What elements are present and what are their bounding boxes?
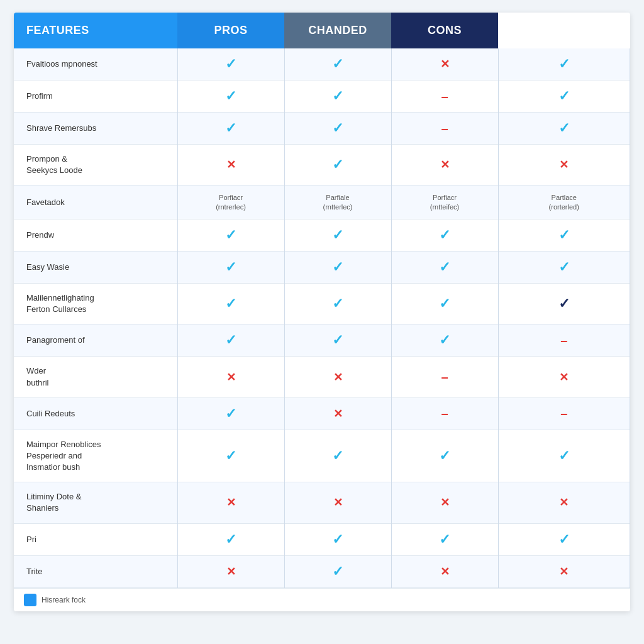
cell-5-changed: ✓ xyxy=(391,219,498,251)
cell-6-cons: ✓ xyxy=(498,251,630,283)
cross-icon: ✕ xyxy=(333,496,343,509)
check-icon: ✓ xyxy=(332,296,343,311)
cell-11-cons: ✓ xyxy=(498,430,630,482)
cell-2-changed: – xyxy=(391,113,498,145)
cross-icon: ✕ xyxy=(559,371,569,384)
cell-13-cons: ✓ xyxy=(498,523,630,555)
check-icon: ✓ xyxy=(225,227,236,243)
check-icon: ✓ xyxy=(225,120,236,136)
cell-11-changed: ✓ xyxy=(391,430,498,482)
table-row: FavetadokPorfiacr(rntrerlec)Parfiale(rnt… xyxy=(14,186,630,219)
feature-label-14: Trite xyxy=(14,555,177,587)
table-row: Trite✕✓✕✕ xyxy=(14,555,630,587)
cell-1-features: ✓ xyxy=(177,80,284,113)
partial-text: Parfiale(rntterlec) xyxy=(290,193,386,211)
check-icon: ✓ xyxy=(558,120,570,136)
cell-12-cons: ✕ xyxy=(498,482,630,523)
cell-13-features: ✓ xyxy=(177,523,284,555)
cross-icon: ✕ xyxy=(333,371,343,384)
cell-0-changed: ✕ xyxy=(391,48,498,80)
cell-4-features: Porfiacr(rntrerlec) xyxy=(177,186,284,219)
cell-8-features: ✓ xyxy=(177,325,284,357)
feature-label-6: Easy Wasie xyxy=(14,251,177,283)
cell-0-pros: ✓ xyxy=(284,48,391,80)
cross-icon: ✕ xyxy=(333,408,343,420)
header-cons: CONS xyxy=(391,13,498,48)
cell-10-cons: – xyxy=(498,397,630,430)
cross-icon: ✕ xyxy=(559,158,569,171)
table-row: Shrave Remersubs✓✓–✓ xyxy=(14,113,630,145)
check-icon: ✓ xyxy=(439,259,450,275)
dash-icon: – xyxy=(441,89,448,103)
header-changed: CHANDED xyxy=(284,13,391,48)
feature-label-9: Wderbuthril xyxy=(14,357,177,397)
cell-1-changed: – xyxy=(391,80,498,113)
table-row: Litiminy Dote &Shaniers✕✕✕✕ xyxy=(14,482,630,523)
cross-icon: ✕ xyxy=(559,565,569,578)
feature-label-3: Prompon &Seekycs Loode xyxy=(14,145,177,186)
dash-icon: – xyxy=(441,370,448,384)
feature-label-4: Favetadok xyxy=(14,186,177,219)
check-icon: ✓ xyxy=(332,332,343,348)
dash-icon: – xyxy=(560,333,567,347)
partial-text: Porfiacr(rntteifec) xyxy=(397,193,493,211)
check-icon: ✓ xyxy=(439,531,450,547)
check-icon: ✓ xyxy=(439,448,450,464)
check-icon: ✓ xyxy=(332,88,343,104)
cell-9-changed: – xyxy=(391,357,498,397)
feature-label-11: Maimpor RenoblicesPesperiedr andInsmatio… xyxy=(14,430,177,482)
comparison-page: FEATURES PROS CHANDED CONS Fvaitioos mpn… xyxy=(14,13,630,611)
cell-11-pros: ✓ xyxy=(284,430,391,482)
cross-icon: ✕ xyxy=(440,58,450,70)
cell-9-cons: ✕ xyxy=(498,357,630,397)
check-icon: ✓ xyxy=(225,448,236,464)
feature-label-7: MalilennetlighatingFerton Cullarces xyxy=(14,283,177,324)
check-icon: ✓ xyxy=(558,531,570,547)
feature-label-12: Litiminy Dote &Shaniers xyxy=(14,482,177,523)
cell-8-changed: ✓ xyxy=(391,325,498,357)
cell-12-changed: ✕ xyxy=(391,482,498,523)
check-icon: ✓ xyxy=(332,56,343,72)
cross-icon: ✕ xyxy=(226,158,236,171)
cell-1-pros: ✓ xyxy=(284,80,391,113)
header-features: FEATURES xyxy=(14,13,177,48)
feature-label-13: Pri xyxy=(14,523,177,555)
cell-13-changed: ✓ xyxy=(391,523,498,555)
cell-3-features: ✕ xyxy=(177,145,284,186)
cell-11-features: ✓ xyxy=(177,430,284,482)
cell-1-cons: ✓ xyxy=(498,80,630,113)
cell-4-changed: Porfiacr(rntteifec) xyxy=(391,186,498,219)
check-icon: ✓ xyxy=(225,332,236,348)
table-row: Pri✓✓✓✓ xyxy=(14,523,630,555)
check-icon: ✓ xyxy=(225,406,236,421)
check-icon: ✓ xyxy=(332,448,343,464)
cell-9-features: ✕ xyxy=(177,357,284,397)
cell-7-pros: ✓ xyxy=(284,283,391,324)
header-pros: PROS xyxy=(177,13,284,48)
cell-6-pros: ✓ xyxy=(284,251,391,283)
table-row: Prompon &Seekycs Loode✕✓✕✕ xyxy=(14,145,630,186)
check-icon: ✓ xyxy=(332,564,343,579)
cell-12-pros: ✕ xyxy=(284,482,391,523)
table-row: MalilennetlighatingFerton Cullarces✓✓✓✓ xyxy=(14,283,630,324)
cell-3-pros: ✓ xyxy=(284,145,391,186)
table-row: Profirm✓✓–✓ xyxy=(14,80,630,113)
cell-4-cons: Partlace(rorterled) xyxy=(498,186,630,219)
cell-3-cons: ✕ xyxy=(498,145,630,186)
footer-bar: Hisreark fock xyxy=(14,588,630,611)
cell-5-pros: ✓ xyxy=(284,219,391,251)
check-icon: ✓ xyxy=(225,531,236,547)
dash-icon: – xyxy=(560,406,567,420)
cell-2-pros: ✓ xyxy=(284,113,391,145)
cell-10-changed: – xyxy=(391,397,498,430)
cell-10-features: ✓ xyxy=(177,397,284,430)
check-icon: ✓ xyxy=(558,227,570,243)
check-icon: ✓ xyxy=(332,259,343,275)
partial-text: Porfiacr(rntrerlec) xyxy=(183,193,279,211)
check-icon: ✓ xyxy=(558,56,570,72)
feature-label-8: Panagroment of xyxy=(14,325,177,357)
check-icon: ✓ xyxy=(332,227,343,243)
cell-7-changed: ✓ xyxy=(391,283,498,324)
cross-icon: ✕ xyxy=(226,565,236,578)
cell-3-changed: ✕ xyxy=(391,145,498,186)
